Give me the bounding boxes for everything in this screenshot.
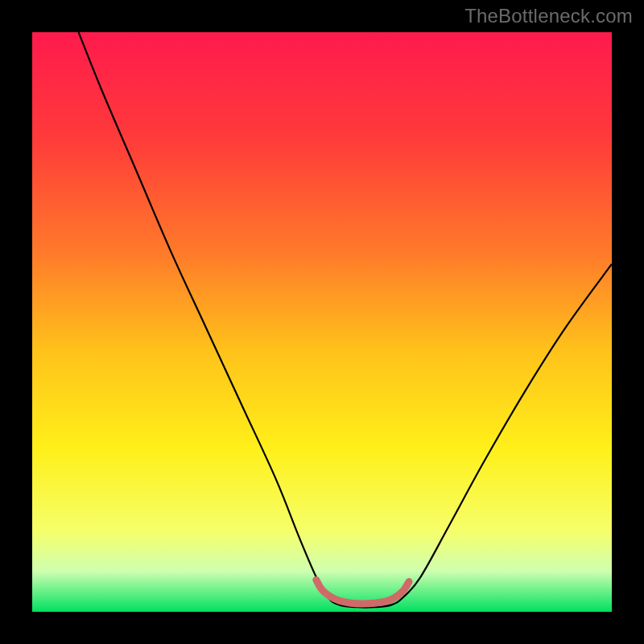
chart-svg: [32, 32, 612, 612]
plot-area: [32, 32, 612, 612]
chart-frame: TheBottleneck.com: [0, 0, 644, 644]
watermark-text: TheBottleneck.com: [464, 5, 633, 27]
gradient-background: [32, 32, 612, 612]
